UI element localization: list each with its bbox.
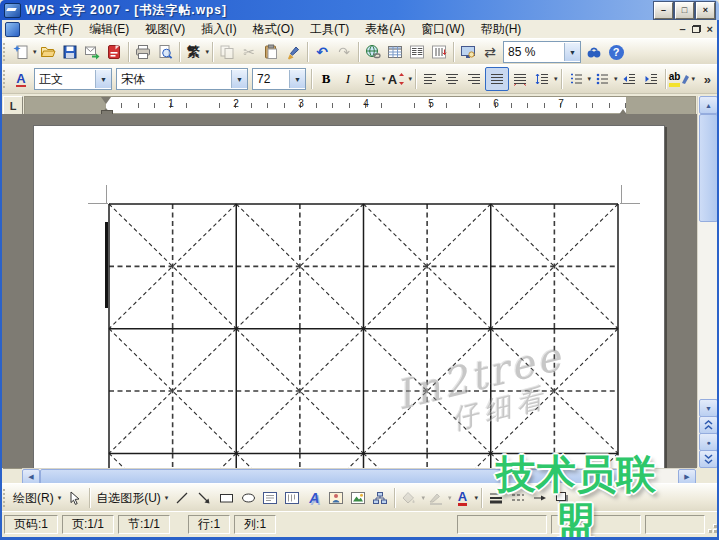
highlight-button[interactable]: ab bbox=[669, 68, 691, 90]
zoom-dropdown-arrow[interactable]: ▼ bbox=[564, 43, 580, 61]
style-dropdown-arrow[interactable]: ▼ bbox=[95, 70, 111, 88]
next-page-button[interactable] bbox=[699, 450, 718, 468]
toolbar-drag-handle[interactable] bbox=[2, 489, 7, 507]
fill-color-button[interactable] bbox=[398, 487, 420, 509]
undo-button[interactable]: ↶ bbox=[311, 41, 333, 63]
status-page-number: 页码:1 bbox=[4, 515, 58, 534]
new-dropdown-arrow[interactable]: ▾ bbox=[33, 48, 37, 56]
toolbar-drag-handle[interactable] bbox=[2, 43, 7, 61]
align-center-button[interactable] bbox=[441, 68, 463, 90]
resize-grip[interactable] bbox=[704, 520, 717, 533]
menu-insert[interactable]: 插入(I) bbox=[193, 20, 244, 39]
font-dropdown-arrow[interactable]: ▼ bbox=[231, 70, 247, 88]
minimize-button[interactable]: – bbox=[654, 2, 673, 19]
format-painter-button[interactable] bbox=[282, 41, 304, 63]
underline-button[interactable]: U bbox=[359, 68, 381, 90]
oval-button[interactable] bbox=[237, 487, 259, 509]
help-button[interactable]: ? bbox=[605, 41, 627, 63]
mdi-close-button[interactable]: × bbox=[707, 24, 713, 35]
style-combo[interactable]: 正文 ▼ bbox=[34, 68, 112, 90]
fullscreen-button[interactable] bbox=[457, 41, 479, 63]
zoom-combo[interactable]: 85 % ▼ bbox=[503, 41, 581, 63]
print-button[interactable] bbox=[132, 41, 154, 63]
traditional-simplified-button[interactable]: 繁 bbox=[183, 41, 205, 63]
justify-button[interactable] bbox=[485, 67, 509, 91]
close-button[interactable]: × bbox=[696, 2, 715, 19]
send-email-button[interactable] bbox=[81, 41, 103, 63]
menu-table[interactable]: 表格(A) bbox=[357, 20, 413, 39]
vertical-text-box-button[interactable] bbox=[281, 487, 303, 509]
font-color-button[interactable]: A bbox=[451, 487, 473, 509]
character-scale-button[interactable]: A bbox=[386, 68, 408, 90]
increase-indent-button[interactable] bbox=[640, 68, 662, 90]
toolbar-drag-handle[interactable] bbox=[2, 70, 7, 88]
line-spacing-dropdown-arrow[interactable]: ▾ bbox=[554, 75, 558, 83]
arrow-button[interactable] bbox=[193, 487, 215, 509]
word-wrap-button[interactable]: ⇄ bbox=[479, 41, 501, 63]
text-direction-button[interactable] bbox=[428, 41, 450, 63]
maximize-button[interactable]: □ bbox=[675, 2, 694, 19]
cut-button[interactable]: ✂ bbox=[238, 41, 260, 63]
menu-edit[interactable]: 编辑(E) bbox=[81, 20, 137, 39]
insert-hyperlink-button[interactable] bbox=[362, 41, 384, 63]
highlight-dropdown-arrow[interactable]: ▾ bbox=[692, 75, 696, 83]
autoshapes-dropdown-arrow: ▾ bbox=[165, 494, 169, 502]
toolbar-overflow-button[interactable]: » bbox=[704, 72, 711, 87]
find-button[interactable] bbox=[583, 41, 605, 63]
menu-tools[interactable]: 工具(T) bbox=[302, 20, 357, 39]
character-scale-dropdown-arrow[interactable]: ▾ bbox=[409, 75, 413, 83]
redo-button[interactable]: ↷ bbox=[333, 41, 355, 63]
mdi-restore-button[interactable] bbox=[692, 25, 701, 33]
toolbar-separator bbox=[311, 69, 312, 89]
previous-page-button[interactable] bbox=[699, 416, 718, 434]
vertical-scroll-thumb[interactable] bbox=[699, 114, 718, 222]
draw-menu-button[interactable]: 绘图(R) ▾ bbox=[10, 490, 64, 507]
rectangle-button[interactable] bbox=[215, 487, 237, 509]
styles-formatting-button[interactable]: A bbox=[10, 68, 32, 90]
insert-table-button[interactable] bbox=[384, 41, 406, 63]
paste-button[interactable] bbox=[260, 41, 282, 63]
new-document-button[interactable] bbox=[10, 41, 32, 63]
decrease-indent-button[interactable] bbox=[618, 68, 640, 90]
align-right-button[interactable] bbox=[463, 68, 485, 90]
italic-button[interactable]: I bbox=[337, 68, 359, 90]
line-spacing-button[interactable] bbox=[531, 68, 553, 90]
menu-window[interactable]: 窗口(W) bbox=[413, 20, 472, 39]
columns-button[interactable] bbox=[406, 41, 428, 63]
line-color-button[interactable] bbox=[425, 487, 447, 509]
insert-diagram-button[interactable] bbox=[369, 487, 391, 509]
mdi-minimize-button[interactable]: – bbox=[679, 24, 685, 35]
text-box-button[interactable] bbox=[259, 487, 281, 509]
bullets-button[interactable] bbox=[591, 68, 613, 90]
traditional-dropdown-arrow[interactable]: ▾ bbox=[206, 48, 210, 56]
bold-button[interactable]: B bbox=[315, 68, 337, 90]
numbering-button[interactable] bbox=[565, 68, 587, 90]
align-left-button[interactable] bbox=[419, 68, 441, 90]
vertical-scrollbar[interactable]: ▲ ▼ ● bbox=[697, 96, 717, 467]
insert-picture-button[interactable] bbox=[347, 487, 369, 509]
select-objects-button[interactable] bbox=[64, 487, 86, 509]
menu-format[interactable]: 格式(O) bbox=[245, 20, 302, 39]
autoshapes-button[interactable]: 自选图形(U) ▾ bbox=[93, 490, 171, 507]
save-button[interactable] bbox=[59, 41, 81, 63]
menu-file[interactable]: 文件(F) bbox=[26, 20, 81, 39]
font-size-combo[interactable]: 72 ▼ bbox=[252, 68, 306, 90]
copy-button[interactable] bbox=[216, 41, 238, 63]
font-combo[interactable]: 宋体 ▼ bbox=[116, 68, 248, 90]
select-browse-object-button[interactable]: ● bbox=[699, 433, 718, 451]
menu-help[interactable]: 帮助(H) bbox=[473, 20, 530, 39]
print-preview-button[interactable] bbox=[154, 41, 176, 63]
tab-selector-button[interactable]: L bbox=[3, 96, 23, 116]
open-button[interactable] bbox=[37, 41, 59, 63]
font-size-dropdown-arrow[interactable]: ▼ bbox=[289, 70, 305, 88]
distribute-button[interactable] bbox=[509, 68, 531, 90]
underline-dropdown-arrow[interactable]: ▾ bbox=[382, 75, 386, 83]
wordart-button[interactable]: A bbox=[303, 487, 325, 509]
toolbar-separator bbox=[212, 42, 213, 62]
scroll-up-button[interactable]: ▲ bbox=[699, 96, 718, 114]
clip-art-button[interactable] bbox=[325, 487, 347, 509]
line-button[interactable] bbox=[171, 487, 193, 509]
menu-view[interactable]: 视图(V) bbox=[137, 20, 193, 39]
scroll-down-button[interactable]: ▼ bbox=[699, 399, 718, 417]
export-pdf-button[interactable] bbox=[103, 41, 125, 63]
